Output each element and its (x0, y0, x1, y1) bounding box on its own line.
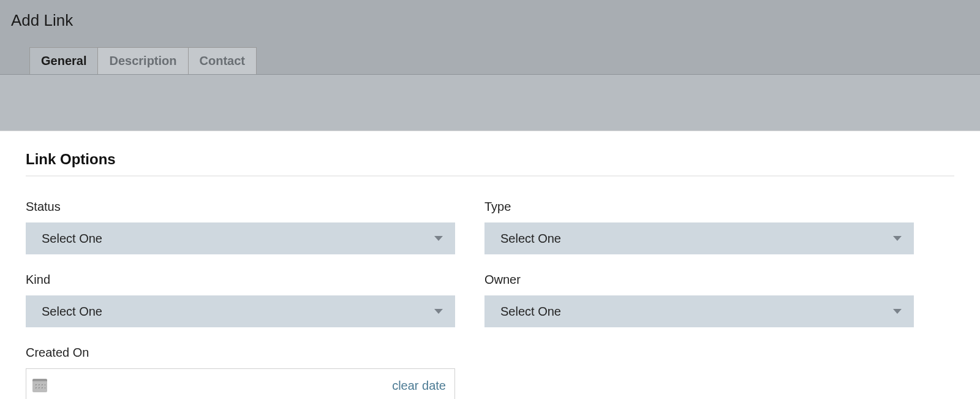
field-status: Status Select One (26, 200, 455, 254)
sub-header-region (0, 75, 980, 131)
kind-select-value: Select One (42, 305, 102, 319)
status-select[interactable]: Select One (26, 222, 455, 254)
section-title-link-options: Link Options (26, 151, 954, 168)
chevron-down-icon (434, 309, 443, 314)
kind-select[interactable]: Select One (26, 295, 455, 327)
content-region: Link Options Status Select One Type Sele… (0, 131, 980, 399)
created-on-label: Created On (26, 346, 455, 360)
chevron-down-icon (893, 309, 902, 314)
chevron-down-icon (893, 236, 902, 241)
type-select[interactable]: Select One (484, 222, 914, 254)
type-select-value: Select One (500, 232, 561, 246)
field-type: Type Select One (484, 200, 914, 254)
header-region: Add Link General Description Contact (0, 0, 980, 75)
owner-select-value: Select One (500, 305, 561, 319)
owner-select[interactable]: Select One (484, 295, 914, 327)
kind-label: Kind (26, 273, 455, 287)
field-created-on: Created On clear date (26, 346, 455, 399)
tab-general[interactable]: General (29, 47, 98, 74)
tab-bar: General Description Contact (29, 47, 980, 74)
status-label: Status (26, 200, 455, 214)
status-select-value: Select One (42, 232, 102, 246)
page-title: Add Link (11, 11, 980, 30)
field-owner: Owner Select One (484, 273, 914, 327)
clear-date-link[interactable]: clear date (392, 379, 446, 393)
field-kind: Kind Select One (26, 273, 455, 327)
chevron-down-icon (434, 236, 443, 241)
type-label: Type (484, 200, 914, 214)
tab-description[interactable]: Description (98, 47, 188, 74)
section-divider (26, 175, 954, 177)
tab-contact[interactable]: Contact (189, 47, 257, 74)
owner-label: Owner (484, 273, 914, 287)
created-on-date-input[interactable]: clear date (26, 368, 455, 399)
calendar-icon (32, 379, 47, 392)
form-grid: Status Select One Type Select One Kind S… (26, 200, 914, 399)
